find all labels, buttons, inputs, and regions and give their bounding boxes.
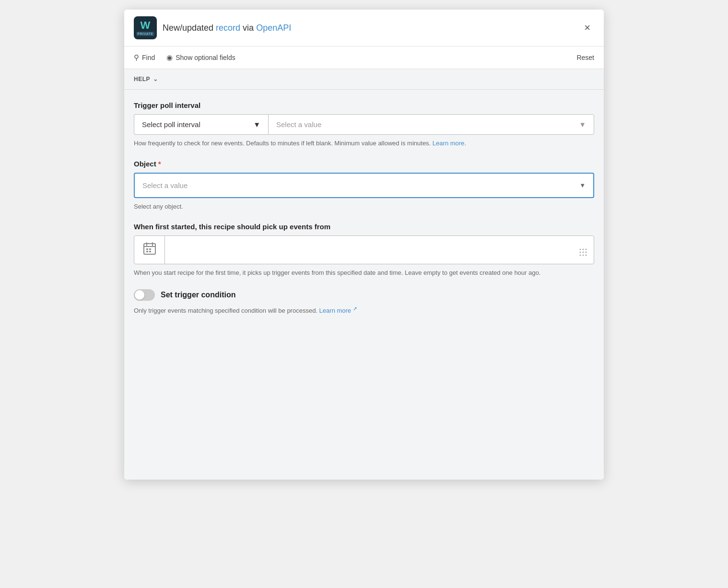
poll-interval-group: Trigger poll interval Select poll interv…	[134, 101, 594, 148]
calendar-icon	[142, 241, 157, 259]
external-link-icon: ➚	[353, 306, 357, 311]
object-select[interactable]: Select a value ▼	[134, 173, 594, 198]
trigger-condition-help: Only trigger events matching specified c…	[134, 305, 594, 316]
find-button[interactable]: ⚲ Find	[134, 51, 155, 64]
toolbar-left: ⚲ Find ◉ Show optional fields	[134, 51, 235, 64]
svg-point-11	[580, 252, 581, 253]
object-select-placeholder: Select a value	[142, 181, 188, 189]
header-left: W PRIVATE New/updated record via OpenAPI	[134, 16, 291, 39]
grid-icon	[578, 247, 588, 259]
title-prefix: New/updated	[163, 23, 216, 33]
help-toggle-button[interactable]: HELP ⌄	[134, 76, 158, 82]
svg-rect-5	[149, 248, 151, 250]
toggle-row: Set trigger condition	[134, 289, 594, 301]
close-button[interactable]: ×	[580, 21, 594, 35]
help-label: HELP	[134, 76, 150, 82]
datetime-field	[134, 235, 594, 264]
object-label-text: Object	[134, 160, 156, 168]
chevron-down-icon: ▼	[579, 182, 586, 189]
object-group: Object * Select a value ▼ Select any obj…	[134, 160, 594, 212]
find-label: Find	[142, 54, 155, 61]
poll-interval-help: How frequently to check for new events. …	[134, 139, 594, 148]
chevron-down-icon: ▼	[579, 120, 586, 129]
trigger-condition-group: Set trigger condition Only trigger event…	[134, 289, 594, 316]
svg-point-12	[583, 252, 584, 253]
svg-point-13	[586, 252, 587, 253]
modal: W PRIVATE New/updated record via OpenAPI…	[124, 10, 604, 480]
svg-point-16	[586, 255, 587, 256]
help-section: HELP ⌄	[124, 69, 604, 90]
trigger-condition-help-text: Only trigger events matching specified c…	[134, 307, 317, 314]
required-indicator: *	[158, 160, 161, 168]
calendar-icon-area	[134, 236, 165, 264]
object-label: Object *	[134, 160, 594, 168]
app-logo: W PRIVATE	[134, 16, 157, 39]
show-optional-label: Show optional fields	[176, 54, 235, 61]
poll-interval-value-wrapper: Select a value ▼	[268, 114, 594, 135]
object-select-wrapper: Select a value ▼	[134, 173, 594, 198]
form-section: Trigger poll interval Select poll interv…	[124, 90, 604, 334]
trigger-condition-toggle[interactable]	[134, 289, 155, 301]
chevron-down-icon: ▼	[253, 120, 260, 129]
trigger-condition-learn-more-text: Learn more	[319, 307, 351, 314]
poll-interval-learn-more[interactable]: Learn more	[433, 140, 464, 147]
when-started-help-text: When you start recipe for the first time…	[134, 268, 594, 278]
when-started-label: When first started, this recipe should p…	[134, 223, 594, 231]
poll-interval-help-text: How frequently to check for new events. …	[134, 140, 431, 147]
openapi-link[interactable]: OpenAPI	[256, 23, 291, 33]
datetime-input[interactable]	[172, 246, 587, 254]
reset-button[interactable]: Reset	[576, 54, 594, 61]
svg-point-15	[583, 255, 584, 256]
logo-icon: W	[141, 20, 151, 31]
modal-header: W PRIVATE New/updated record via OpenAPI…	[124, 10, 604, 47]
main-content: HELP ⌄ Trigger poll interval Select poll…	[124, 69, 604, 480]
when-started-group: When first started, this recipe should p…	[134, 223, 594, 278]
svg-point-9	[583, 249, 584, 250]
poll-interval-row: Select poll interval ▼ Select a value ▼	[134, 114, 594, 135]
toggle-knob	[135, 290, 144, 300]
svg-rect-7	[149, 251, 151, 252]
svg-point-10	[586, 249, 587, 250]
chevron-down-icon: ⌄	[153, 76, 158, 82]
datetime-input-area	[165, 236, 594, 264]
svg-rect-6	[146, 251, 148, 252]
object-help-text: Select any object.	[134, 202, 594, 212]
trigger-condition-label: Set trigger condition	[161, 291, 235, 299]
svg-point-8	[580, 249, 581, 250]
svg-point-14	[580, 255, 581, 256]
modal-title: New/updated record via OpenAPI	[163, 23, 291, 33]
eye-icon: ◉	[166, 53, 173, 62]
poll-interval-value-text: Select a value	[276, 120, 321, 129]
poll-interval-select[interactable]: Select poll interval ▼	[134, 114, 268, 135]
svg-rect-4	[146, 248, 148, 250]
trigger-condition-learn-more[interactable]: Learn more ➚	[319, 307, 357, 314]
toolbar: ⚲ Find ◉ Show optional fields Reset	[124, 47, 604, 69]
poll-interval-value-select[interactable]: Select a value ▼	[268, 114, 594, 135]
show-optional-fields-button[interactable]: ◉ Show optional fields	[166, 51, 235, 64]
title-middle: via	[240, 23, 256, 33]
logo-private-badge: PRIVATE	[136, 32, 155, 36]
poll-interval-left-wrapper: Select poll interval ▼	[134, 114, 268, 135]
record-link[interactable]: record	[216, 23, 240, 33]
poll-interval-label: Trigger poll interval	[134, 101, 594, 109]
poll-interval-select-text: Select poll interval	[142, 120, 200, 129]
search-icon: ⚲	[134, 53, 139, 62]
